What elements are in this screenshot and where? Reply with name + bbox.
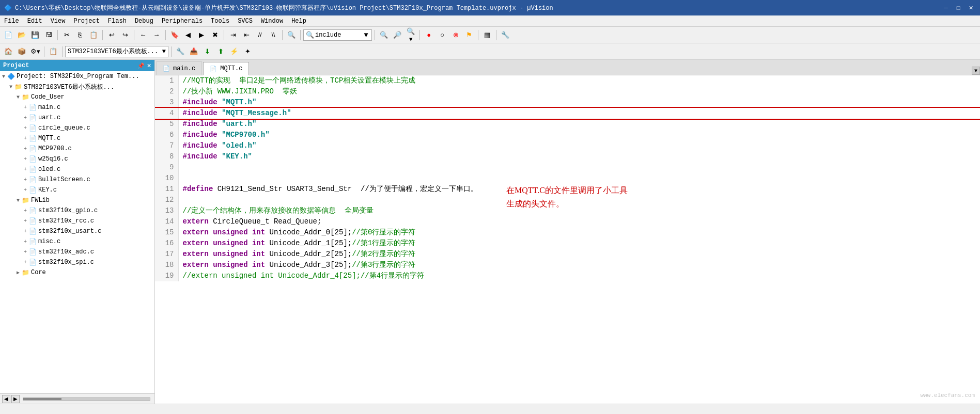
expand-icon-MCP9700_c[interactable]: + — [22, 146, 29, 152]
line-code-13[interactable]: //定义一个结构体，用来存放接收的数据等信息 全局变量 — [178, 205, 980, 216]
expand-icon-stm32[interactable]: ▼ — [7, 84, 14, 90]
maximize-button[interactable]: □ — [953, 3, 963, 13]
line-code-12[interactable] — [178, 195, 980, 205]
options-button[interactable]: ▦ — [481, 29, 493, 41]
include-dropdown-button[interactable]: ▼ — [363, 31, 369, 39]
tb2-btn6[interactable]: 📥 — [188, 45, 200, 58]
line-code-4[interactable]: #include "MQTT_Message.h" — [178, 108, 980, 119]
line-code-18[interactable]: extern unsigned int Unicode_Addr_3[25];/… — [178, 260, 980, 270]
tb2-btn2[interactable]: 📦 — [15, 45, 28, 58]
debug-btn3[interactable]: ⊗ — [449, 29, 462, 41]
tree-item-stm32[interactable]: ▼📁STM32F103VET6最小系统板... — [0, 82, 154, 92]
sidebar-right-button[interactable]: ▶ — [11, 395, 20, 403]
expand-icon-w25q16_c[interactable]: + — [22, 156, 29, 162]
menu-item-tools[interactable]: Tools — [207, 15, 234, 26]
tree-item-stm32f10x_gpio[interactable]: +📄stm32f10x_gpio.c — [0, 205, 154, 216]
debug-run-button[interactable]: ● — [423, 29, 435, 41]
tree-item-oled_c[interactable]: +📄oled.c — [0, 164, 154, 174]
tb2-btn9[interactable]: ✦ — [241, 45, 254, 58]
next-bookmark-button[interactable]: ▶ — [195, 29, 208, 41]
line-code-10[interactable] — [178, 173, 980, 184]
expand-icon-main_c[interactable]: + — [22, 105, 29, 110]
expand-icon-stm32f10x_spi[interactable]: + — [22, 260, 29, 265]
expand-icon-Core[interactable]: ▶ — [14, 269, 22, 276]
tb2-btn8[interactable]: ⚡ — [228, 45, 240, 58]
tree-item-MCP9700_c[interactable]: +📄MCP9700.c — [0, 144, 154, 154]
expand-icon-FWLib[interactable]: ▼ — [14, 198, 22, 203]
include-search-input[interactable] — [315, 31, 362, 39]
nav-fwd-button[interactable]: → — [150, 29, 163, 41]
undo-button[interactable]: ↩ — [105, 29, 118, 41]
line-code-5[interactable]: #include "uart.h" — [178, 119, 980, 130]
line-code-15[interactable]: extern unsigned int Unicode_Addr_0[25];/… — [178, 227, 980, 238]
menu-item-view[interactable]: View — [46, 15, 70, 26]
line-code-16[interactable]: extern unsigned int Unicode_Addr_1[25];/… — [178, 238, 980, 249]
new-file-button[interactable]: 📄 — [2, 29, 14, 41]
save-button[interactable]: 💾 — [29, 29, 41, 41]
expand-icon-oled_c[interactable]: + — [22, 167, 29, 172]
expand-icon-stm32f10x_rcc[interactable]: + — [22, 218, 29, 224]
save-all-button[interactable]: 🖫 — [42, 29, 55, 41]
close-button[interactable]: ✕ — [966, 3, 976, 13]
zoom-button[interactable]: 🔍▾ — [405, 29, 417, 41]
tree-item-w25q16_c[interactable]: +📄w25q16.c — [0, 154, 154, 164]
menu-item-flash[interactable]: Flash — [104, 15, 131, 26]
debug-stop-button[interactable]: ○ — [436, 29, 448, 41]
menu-item-debug[interactable]: Debug — [131, 15, 158, 26]
open-button[interactable]: 📂 — [15, 29, 28, 41]
expand-icon-misc[interactable]: + — [22, 239, 29, 245]
line-code-6[interactable]: #include "MCP9700.h" — [178, 130, 980, 140]
expand-icon-stm32f10x_usart[interactable]: + — [22, 229, 29, 234]
unindent-button[interactable]: ⇤ — [240, 29, 253, 41]
tree-item-Core[interactable]: ▶📁Core — [0, 267, 154, 278]
expand-icon-code_user[interactable]: ▼ — [14, 94, 22, 100]
find-button[interactable]: 🔍 — [285, 29, 298, 41]
tree-item-KEY_c[interactable]: +📄KEY.c — [0, 185, 154, 195]
menu-item-edit[interactable]: Edit — [23, 15, 46, 26]
line-code-9[interactable] — [178, 162, 980, 173]
expand-icon-stm32f10x_gpio[interactable]: + — [22, 208, 29, 214]
line-code-17[interactable]: extern unsigned int Unicode_Addr_2[25];/… — [178, 249, 980, 260]
cut-button[interactable]: ✂ — [60, 29, 73, 41]
expand-icon-BulletScreen_c[interactable]: + — [22, 177, 29, 183]
search-btn3[interactable]: 🔎 — [391, 29, 403, 41]
menu-item-window[interactable]: Window — [257, 15, 287, 26]
sidebar-left-button[interactable]: ◀ — [2, 395, 10, 403]
tb2-btn3[interactable]: ⚙▾ — [29, 45, 41, 58]
unformat-button[interactable]: \\ — [267, 29, 279, 41]
nav-back-button[interactable]: ← — [137, 29, 149, 41]
sidebar-close-button[interactable]: ✕ — [147, 62, 151, 69]
indent-button[interactable]: ⇥ — [227, 29, 239, 41]
redo-button[interactable]: ↪ — [119, 29, 131, 41]
line-code-11[interactable]: #define CH9121_Send_Str USART3_Send_Str … — [178, 184, 980, 195]
tree-item-root[interactable]: ▼🔷Project: STM32F10x_Program Tem... — [0, 71, 154, 82]
menu-item-file[interactable]: File — [0, 15, 23, 26]
expand-icon-root[interactable]: ▼ — [0, 74, 7, 79]
debug-btn4[interactable]: ⚑ — [463, 29, 475, 41]
expand-icon-circle_queue_c[interactable]: + — [22, 125, 29, 131]
line-code-2[interactable]: //技小新 WWW.JIXIN.PRO 零妖 — [178, 86, 980, 97]
format-button[interactable]: // — [254, 29, 266, 41]
tab-dropdown-button[interactable]: ▼ — [972, 67, 980, 75]
tb2-btn5[interactable]: 🔧 — [174, 45, 186, 58]
tree-item-FWLib[interactable]: ▼📁FWLib — [0, 195, 154, 205]
bookmark-button[interactable]: 🔖 — [168, 29, 181, 41]
expand-icon-KEY_c[interactable]: + — [22, 187, 29, 193]
menu-item-help[interactable]: Help — [287, 15, 310, 26]
expand-icon-uart_c[interactable]: + — [22, 115, 29, 121]
tree-item-main_c[interactable]: +📄main.c — [0, 102, 154, 113]
tb2-btn7[interactable]: ⬆ — [214, 45, 227, 58]
tree-item-BulletScreen_c[interactable]: +📄BulletScreen.c — [0, 174, 154, 185]
tree-item-stm32f10x_rcc[interactable]: +📄stm32f10x_rcc.c — [0, 216, 154, 226]
tab-main_c[interactable]: 📄main.c — [156, 61, 202, 75]
menu-item-project[interactable]: Project — [69, 15, 103, 26]
tb2-btn4[interactable]: 📋 — [47, 45, 59, 58]
tree-item-circle_queue_c[interactable]: +📄circle_queue.c — [0, 123, 154, 133]
line-code-8[interactable]: #include "KEY.h" — [178, 151, 980, 162]
menu-item-svcs[interactable]: SVCS — [234, 15, 257, 26]
tree-item-stm32f10x_usart[interactable]: +📄stm32f10x_usart.c — [0, 226, 154, 236]
clear-bookmark-button[interactable]: ✖ — [209, 29, 221, 41]
tree-item-stm32f10x_spi[interactable]: +📄stm32f10x_spi.c — [0, 257, 154, 267]
copy-button[interactable]: ⎘ — [74, 29, 86, 41]
sidebar-pin-button[interactable]: 📌 — [137, 62, 145, 69]
